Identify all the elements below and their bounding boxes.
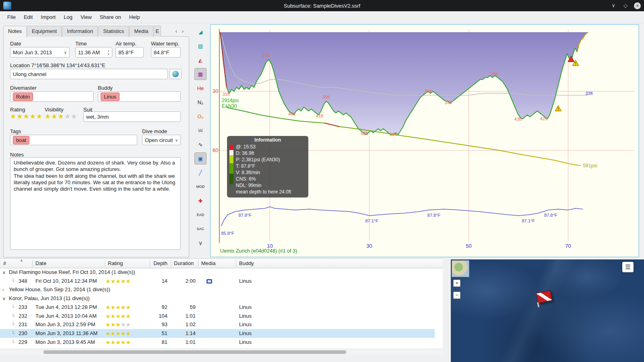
dive-date: Mon Jun 3, 2013 2:59 PM xyxy=(35,320,95,329)
tab-scroll-left-icon[interactable]: ‹ xyxy=(173,27,180,36)
divemaster-tag[interactable]: Robin xyxy=(13,93,33,101)
restore-button[interactable]: ◇ xyxy=(622,1,629,10)
tab-e[interactable]: E xyxy=(154,26,161,37)
air-temp-label: Air temp. xyxy=(116,41,136,47)
nitrogen-graph-icon[interactable]: N₂ xyxy=(194,96,206,108)
column-header-rating[interactable]: Rating xyxy=(108,259,144,268)
dive-row[interactable]: └232Tue Jun 4, 2013 10:04 AM★★★★★1041:01… xyxy=(0,312,435,321)
buddy-tag[interactable]: Linus xyxy=(101,93,120,101)
menu-edit[interactable]: Edit xyxy=(20,11,37,23)
star-empty-icon: ★ xyxy=(121,321,126,328)
star-rating: ★★★★★ xyxy=(105,330,131,337)
tab-statistics[interactable]: Statistics xyxy=(98,26,129,37)
sac-icon[interactable]: SAC xyxy=(194,223,206,235)
dive-profile-panel[interactable]: 31ft15ft40ft35ft41ft50ft50ft31ft34ft28ft… xyxy=(210,24,639,257)
media-icon[interactable] xyxy=(206,279,212,284)
buddy-field[interactable]: Linus xyxy=(98,91,181,102)
dive-row[interactable]: └348Fri Oct 10, 2014 12:34 PM★★★★★142:00… xyxy=(0,277,435,286)
collapse-chevron-icon[interactable]: ∨ xyxy=(2,294,6,303)
time-label: Time xyxy=(75,41,87,47)
dive-row[interactable]: └230Mon Jun 3, 2013 11:36 AM★★★★★511:14L… xyxy=(0,329,435,338)
trip-row[interactable]: ∨Koror, Palau, Jun 2013 (11 dive(s)) xyxy=(0,294,435,303)
menu-help[interactable]: Help xyxy=(125,11,144,23)
tab-media[interactable]: Media xyxy=(129,26,153,37)
menu-file[interactable]: File xyxy=(3,11,20,23)
show-dc-ceiling-icon[interactable]: ◢ xyxy=(194,26,206,38)
depth-label: 41ft xyxy=(316,113,323,118)
location-field[interactable] xyxy=(10,69,168,79)
expand-chevron-icon[interactable]: › xyxy=(2,285,4,294)
time-spinbox[interactable]: 11:36 AM ∧∨ xyxy=(75,47,112,58)
helium-graph-icon[interactable]: He xyxy=(194,82,206,94)
dive-row[interactable]: └231Mon Jun 3, 2013 2:59 PM★★★★★931:02Li… xyxy=(0,320,435,329)
dive-depth: 92 xyxy=(150,303,167,312)
menu-import[interactable]: Import xyxy=(37,11,60,23)
dive-computer-label: Uemis Zurich (e04d0248) (#1 of 3) xyxy=(220,248,297,254)
menu-view[interactable]: View xyxy=(76,11,96,23)
water-temp-field[interactable] xyxy=(151,47,181,58)
menubar: FileEditImportLogViewShare onHelp xyxy=(0,11,644,23)
close-button[interactable]: × xyxy=(634,2,641,9)
trip-row[interactable]: ∨Divi Flamingo House Reef, Fri Oct 10, 2… xyxy=(0,268,435,277)
map-panel[interactable]: + − ☰ xyxy=(451,259,644,362)
menu-share-on[interactable]: Share on xyxy=(96,11,125,23)
map-globe-button[interactable] xyxy=(169,69,182,79)
column-header-media[interactable]: Media xyxy=(201,259,224,268)
heart-rate-icon[interactable]: ∿ xyxy=(194,138,206,150)
air-temp-field[interactable] xyxy=(116,47,144,58)
chevron-down-icon: ∨ xyxy=(64,50,67,55)
tissue-graph-icon[interactable]: ◭ xyxy=(194,54,206,66)
ead-icon[interactable]: EAD xyxy=(194,209,206,221)
map-zoom-in-button[interactable]: + xyxy=(453,280,460,287)
profile-settings-icon[interactable]: ▦ xyxy=(194,68,206,80)
horizontal-scrollbar[interactable] xyxy=(0,349,443,355)
dive-number: 233 xyxy=(19,303,27,312)
temperature-label: 87.1°F xyxy=(522,218,535,223)
map-menu-button[interactable]: ☰ xyxy=(622,262,634,272)
ndl-icon[interactable]: ✚ xyxy=(194,195,206,207)
buddy-label: Buddy xyxy=(98,85,113,91)
column-header-duration[interactable]: Duration xyxy=(174,259,196,268)
dive-duration: 1:14 xyxy=(171,329,196,338)
tab-scroll-right-icon[interactable]: › xyxy=(180,27,186,36)
menu-log[interactable]: Log xyxy=(60,11,76,23)
dive-row[interactable]: └229Mon Jun 3, 2013 9:45 AM★★★★★811:01Li… xyxy=(0,338,435,347)
divemaster-field[interactable]: Robin xyxy=(10,91,94,102)
titlebar[interactable]: Subsurface: SampleDivesV2.ssrf ∨ ◇ × xyxy=(0,0,644,11)
gas-pressure-icon[interactable]: |Δ| xyxy=(194,124,206,136)
rating-stars[interactable]: ★★★★★ xyxy=(10,112,43,121)
info-box-row: CNS: 6% xyxy=(236,176,306,182)
scrollbar-thumb[interactable] xyxy=(43,350,346,354)
tab-notes[interactable]: Notes xyxy=(3,26,27,37)
spinner-arrows-icon[interactable]: ∧∨ xyxy=(107,49,109,55)
tag-boat[interactable]: boat xyxy=(13,136,29,144)
map-zoom-out-button[interactable]: − xyxy=(453,292,460,299)
dive-flag-marker[interactable] xyxy=(536,290,553,304)
profile-toolbar: ◢▨◭▦HeN₂O₂|Δ|∿▣╱MOD✚EADSAC∨ xyxy=(193,26,208,246)
show-photos-icon[interactable]: ▣ xyxy=(194,152,206,165)
minimize-button[interactable]: ∨ xyxy=(610,1,617,10)
oxygen-graph-icon[interactable]: O₂ xyxy=(194,110,206,122)
suit-field[interactable] xyxy=(83,111,181,122)
date-combobox[interactable]: Mon Jun 3, 2013 ∨ xyxy=(10,47,70,58)
collapse-chevron-icon[interactable]: ∨ xyxy=(2,268,6,277)
dive-row[interactable]: └233Tue Jun 4, 2013 12:28 PM★★★★★9259Lin… xyxy=(0,303,435,312)
info-box-row: T: 87.8°F xyxy=(236,163,306,169)
visibility-stars[interactable]: ★★★★★ xyxy=(45,112,77,121)
tags-field[interactable]: boat xyxy=(10,135,137,145)
mod-icon[interactable]: MOD xyxy=(194,181,206,193)
column-header-date[interactable]: Date xyxy=(35,259,96,268)
column-header-buddy[interactable]: Buddy xyxy=(239,259,320,268)
show-calculated-ceiling-icon[interactable]: ▨ xyxy=(194,40,206,52)
dive-mode-combobox[interactable]: Open circuit ∨ xyxy=(142,135,181,145)
tab-equipment[interactable]: Equipment xyxy=(27,26,62,37)
trip-row[interactable]: ›Yellow House, Sun Sep 21, 2014 (1 dive(… xyxy=(0,285,435,294)
column-header-num[interactable]: # xyxy=(3,259,19,268)
star-filled-icon: ★ xyxy=(105,330,111,337)
collapse-toolbar-icon[interactable]: ∨ xyxy=(194,240,206,246)
tab-information[interactable]: Information xyxy=(62,26,98,37)
notes-textarea[interactable]: Unbelievable dive. Dozens and dozens of … xyxy=(10,157,181,250)
column-header-depth[interactable]: Depth xyxy=(150,259,167,268)
ruler-icon[interactable]: ╱ xyxy=(194,167,206,179)
star-empty-icon: ★ xyxy=(64,113,71,120)
